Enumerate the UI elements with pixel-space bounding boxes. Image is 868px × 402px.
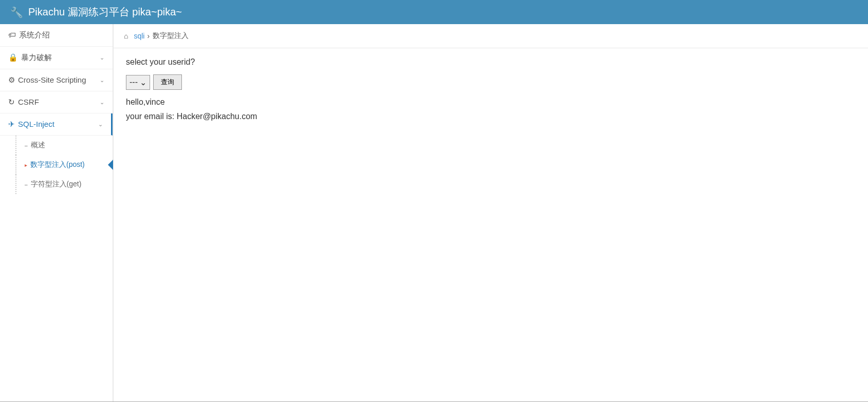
sidebar-item-label: 暴力破解	[21, 53, 52, 62]
sidebar-item-sqlinject[interactable]: ✈SQL-Inject ⌄	[0, 113, 113, 136]
query-button[interactable]: 查询	[153, 74, 182, 90]
chevron-down-icon: ⌄	[100, 77, 104, 84]
sidebar-item-bruteforce[interactable]: 🔒暴力破解 ⌄	[0, 47, 113, 69]
select-value: ---	[130, 78, 138, 87]
sub-item-label: 字符型注入(get)	[31, 180, 82, 189]
breadcrumb-link[interactable]: sqli	[134, 32, 144, 40]
sidebar-item-label: CSRF	[18, 98, 39, 106]
sidebar-item-label: Cross-Site Scripting	[18, 75, 86, 84]
breadcrumb-sep: ›	[147, 32, 150, 40]
sub-item-string[interactable]: –字符型注入(get)	[15, 175, 113, 194]
sidebar-item-csrf[interactable]: ↻CSRF ⌄	[0, 91, 113, 113]
wrench-icon: 🔧	[10, 6, 23, 18]
caret-icon: ▸	[25, 162, 27, 168]
sub-item-label: 概述	[31, 141, 45, 150]
tag-icon: 🏷	[8, 30, 16, 39]
chevron-down-icon: ⌄	[98, 121, 103, 128]
breadcrumb-current: 数字型注入	[153, 31, 189, 41]
chevron-down-icon: ⌄	[100, 99, 104, 106]
sidebar-item-label: 系统介绍	[19, 30, 50, 39]
sub-item-label: 数字型注入(post)	[30, 160, 85, 169]
chevron-down-icon: ⌄	[140, 78, 146, 87]
prompt-text: select your userid?	[126, 58, 856, 67]
result-line1: hello,vince	[126, 98, 856, 107]
userid-select[interactable]: --- ⌄	[126, 75, 150, 90]
result-line2: your email is: Hacker@pikachu.com	[126, 112, 856, 121]
lock-icon: 🔒	[8, 53, 18, 62]
settings-icon: ⚙	[8, 75, 15, 84]
page-content: select your userid? --- ⌄ 查询 hello,vince…	[114, 48, 868, 136]
breadcrumb: ⌂ sqli › 数字型注入	[114, 24, 868, 48]
sidebar-item-intro[interactable]: 🏷系统介绍	[0, 24, 113, 47]
app-title: Pikachu 漏洞练习平台 pika~pika~	[28, 5, 182, 19]
sidebar: 🏷系统介绍 🔒暴力破解 ⌄ ⚙Cross-Site Scripting ⌄ ↻C…	[0, 24, 113, 401]
refresh-icon: ↻	[8, 98, 15, 106]
app-header: 🔧 Pikachu 漏洞练习平台 pika~pika~	[0, 0, 868, 24]
sidebar-item-label: SQL-Inject	[18, 120, 54, 128]
sub-item-overview[interactable]: –概述	[15, 136, 113, 155]
sub-item-numeric[interactable]: ▸数字型注入(post)	[15, 155, 113, 175]
sidebar-item-xss[interactable]: ⚙Cross-Site Scripting ⌄	[0, 69, 113, 91]
chevron-down-icon: ⌄	[100, 54, 104, 61]
home-icon[interactable]: ⌂	[124, 32, 128, 40]
plane-icon: ✈	[8, 120, 15, 128]
